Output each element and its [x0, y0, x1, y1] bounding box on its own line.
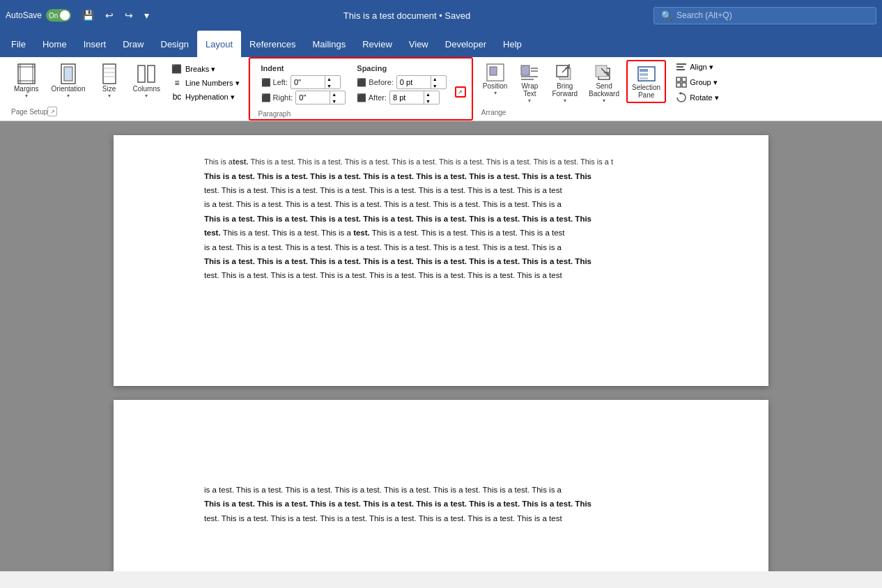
- indent-left-value[interactable]: [291, 78, 325, 86]
- orientation-button[interactable]: Orientation ▾: [46, 60, 91, 102]
- text-line-0: This is atest. This is a test. This is a…: [204, 156, 741, 169]
- indent-left-down[interactable]: ▼: [325, 82, 333, 89]
- spacing-before-spinner: ▲ ▼: [431, 75, 439, 89]
- spacing-after-up[interactable]: ▲: [424, 91, 432, 98]
- svg-rect-34: [682, 77, 686, 82]
- indent-right-value[interactable]: [296, 93, 330, 102]
- text-line-6: is a test. This is a test. This is a tes…: [204, 241, 741, 254]
- orientation-arrow: ▾: [67, 93, 70, 99]
- spacing-before-input[interactable]: ▲ ▼: [396, 75, 447, 89]
- spacing-after-input[interactable]: ▲ ▼: [389, 91, 440, 105]
- indent-spacing-content: Indent ⬛ Left: ▲ ▼ ⬛ Right:: [256, 61, 466, 110]
- position-button[interactable]: Position ▾: [479, 60, 512, 99]
- svg-rect-15: [521, 65, 529, 75]
- undo-icon[interactable]: ↩: [102, 8, 116, 22]
- group-button[interactable]: Group ▾: [672, 75, 722, 89]
- document-area[interactable]: This is atest. This is a test. This is a…: [0, 121, 882, 571]
- indent-right-down[interactable]: ▼: [330, 98, 338, 105]
- align-button[interactable]: Align ▾: [672, 60, 722, 74]
- indent-left-up[interactable]: ▲: [325, 75, 333, 82]
- search-input[interactable]: [676, 10, 858, 20]
- margins-button[interactable]: Margins ▾: [8, 60, 45, 102]
- wrap-text-button[interactable]: Wrap Text ▾: [514, 60, 545, 107]
- indent-right-input[interactable]: ▲ ▼: [295, 91, 346, 105]
- svg-rect-12: [148, 65, 155, 82]
- spacing-after-spinner: ▲ ▼: [424, 91, 432, 105]
- menu-item-references[interactable]: References: [241, 31, 304, 57]
- svg-rect-24: [596, 65, 607, 77]
- line-numbers-icon: ≡: [171, 78, 183, 88]
- svg-rect-30: [676, 63, 686, 65]
- svg-rect-35: [676, 83, 681, 87]
- orientation-label: Orientation: [52, 85, 86, 93]
- align-label: Align ▾: [690, 63, 713, 72]
- search-icon: 🔍: [661, 10, 672, 21]
- indent-left-input[interactable]: ▲ ▼: [291, 75, 341, 89]
- spacing-after-value[interactable]: [390, 93, 424, 102]
- page-1: This is atest. This is a test. This is a…: [114, 135, 768, 386]
- menu-item-file[interactable]: File: [3, 31, 34, 57]
- orientation-icon: [57, 63, 79, 85]
- menu-item-layout[interactable]: Layout: [197, 31, 241, 57]
- spacing-before-row: ⬛ Before: ▲ ▼: [357, 75, 447, 89]
- menu-item-view[interactable]: View: [401, 31, 437, 57]
- page2-text-line-3: test. This is a test. This is a test. Th…: [204, 512, 741, 525]
- page2-text-line-1: is a test. This is a test. This is a tes…: [204, 483, 741, 496]
- send-backward-label2: Backward: [589, 90, 619, 98]
- size-button[interactable]: Size ▾: [93, 60, 126, 102]
- group-label: Group ▾: [690, 78, 718, 87]
- hyphenation-icon: bc: [171, 92, 183, 102]
- indent-label: Indent: [261, 64, 346, 72]
- title-bar: AutoSave On 💾 ↩ ↪ ▾ This is a test docum…: [0, 0, 882, 31]
- page-2-content[interactable]: is a test. This is a test. This is a tes…: [114, 400, 768, 540]
- menu-item-insert[interactable]: Insert: [75, 31, 115, 57]
- menu-item-developer[interactable]: Developer: [437, 31, 495, 57]
- indent-left-spinner: ▲ ▼: [325, 75, 333, 89]
- hyphenation-button[interactable]: bc Hyphenation ▾: [169, 91, 242, 103]
- wrap-text-icon: [520, 63, 539, 82]
- customize-icon[interactable]: ▾: [141, 8, 152, 22]
- breaks-label: Breaks ▾: [185, 65, 215, 74]
- bring-forward-icon: [555, 63, 575, 82]
- text-line-2: test. This is a test. This is a test. Th…: [204, 184, 741, 196]
- page-setup-small-group: ⬛ Breaks ▾ ≡ Line Numbers ▾ bc Hyphenati…: [169, 60, 242, 106]
- group-icon: [676, 77, 687, 88]
- bring-forward-label2: Forward: [552, 90, 578, 98]
- text-line-8: test. This is a test. This is a test. Th…: [204, 269, 741, 281]
- page-setup-dialog-launcher[interactable]: ↗: [47, 107, 57, 116]
- svg-rect-28: [640, 73, 648, 76]
- selection-pane-icon: [637, 64, 656, 84]
- menu-item-design[interactable]: Design: [153, 31, 197, 57]
- search-bar[interactable]: 🔍: [653, 7, 876, 24]
- bring-forward-label: Bring: [557, 82, 573, 90]
- menu-item-home[interactable]: Home: [34, 31, 75, 57]
- spacing-before-up[interactable]: ▲: [431, 75, 439, 82]
- indent-right-up[interactable]: ▲: [330, 91, 338, 98]
- bring-forward-button[interactable]: Bring Forward ▾: [548, 60, 582, 107]
- spacing-after-row: ⬛ After: ▲ ▼: [357, 91, 447, 105]
- menu-item-review[interactable]: Review: [354, 31, 401, 57]
- ribbon: Margins ▾ Orientation ▾ Size ▾: [0, 57, 882, 121]
- title-bar-icons: 💾 ↩ ↪ ▾: [79, 8, 152, 22]
- columns-button[interactable]: Columns ▾: [127, 60, 166, 102]
- paragraph-settings-highlighted[interactable]: ↗: [455, 86, 466, 98]
- menu-item-draw[interactable]: Draw: [114, 31, 152, 57]
- save-icon[interactable]: 💾: [79, 8, 97, 22]
- redo-icon[interactable]: ↪: [122, 8, 136, 22]
- size-icon: [98, 63, 121, 85]
- selection-pane-button[interactable]: Selection Pane: [626, 60, 666, 103]
- menu-item-help[interactable]: Help: [495, 31, 530, 57]
- arrange-content: Position ▾ Wrap Text ▾ Bring Forward ▾: [479, 60, 723, 109]
- spacing-after-down[interactable]: ▼: [424, 98, 432, 105]
- breaks-button[interactable]: ⬛ Breaks ▾: [169, 63, 242, 75]
- menu-item-mailings[interactable]: Mailings: [304, 31, 355, 57]
- send-backward-button[interactable]: Send Backward ▾: [585, 60, 624, 107]
- autosave-toggle[interactable]: On: [46, 9, 71, 22]
- rotate-button[interactable]: Rotate ▾: [672, 91, 722, 105]
- spacing-before-value[interactable]: [397, 78, 431, 86]
- page-setup-bottom: Page Setup ↗: [8, 107, 60, 118]
- page-1-content[interactable]: This is atest. This is a test. This is a…: [114, 135, 768, 297]
- line-numbers-button[interactable]: ≡ Line Numbers ▾: [169, 77, 242, 89]
- spacing-before-down[interactable]: ▼: [431, 82, 439, 89]
- indent-right-label: ⬛ Right:: [261, 93, 293, 102]
